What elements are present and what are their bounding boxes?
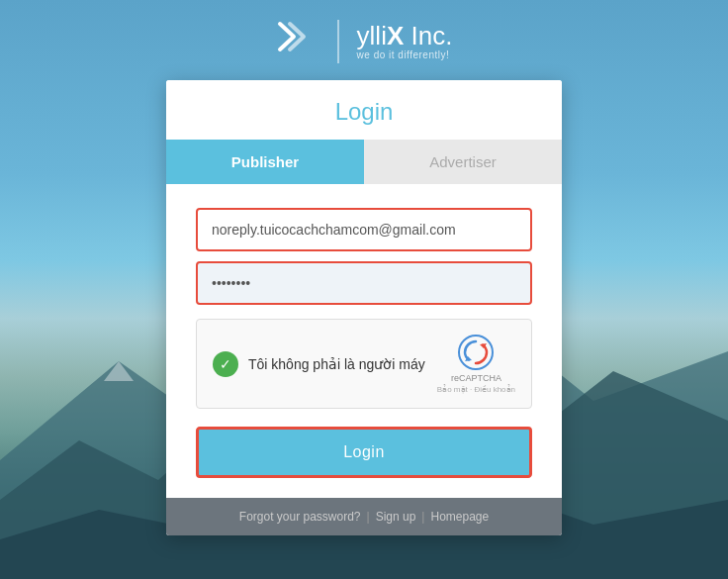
email-input[interactable]: [196, 208, 532, 251]
logo-divider: [337, 20, 339, 63]
footer-sep-1: |: [367, 510, 370, 524]
form-area: ✓ Tôi không phải là người máy reCAPTCHA …: [166, 184, 562, 498]
recaptcha-checkmark: ✓: [213, 351, 238, 377]
login-card: Login Publisher Advertiser ✓ Tôi không p…: [166, 80, 562, 535]
recaptcha-brand: reCAPTCHA: [451, 373, 501, 383]
logo-icon: [276, 18, 319, 64]
recaptcha-left: ✓ Tôi không phải là người máy: [213, 351, 425, 377]
recaptcha-right: reCAPTCHA Bảo mật · Điều khoản: [437, 334, 515, 394]
login-button[interactable]: Login: [196, 427, 532, 478]
logo-area: ylliX Inc. we do it differently!: [276, 0, 453, 80]
logo-tagline: we do it differently!: [357, 49, 450, 60]
recaptcha-widget[interactable]: ✓ Tôi không phải là người máy reCAPTCHA …: [196, 319, 532, 409]
signup-link[interactable]: Sign up: [376, 510, 416, 524]
tab-advertiser[interactable]: Advertiser: [364, 140, 562, 184]
password-input[interactable]: [196, 261, 532, 305]
forgot-password-link[interactable]: Forgot your password?: [239, 510, 361, 524]
recaptcha-label: Tôi không phải là người máy: [248, 356, 425, 372]
card-footer: Forgot your password? | Sign up | Homepa…: [166, 498, 562, 535]
tabs: Publisher Advertiser: [166, 140, 562, 184]
recaptcha-sub: Bảo mật · Điều khoản: [437, 385, 515, 394]
footer-sep-2: |: [421, 510, 424, 524]
logo-name: ylliX Inc.: [357, 22, 453, 50]
tab-publisher[interactable]: Publisher: [166, 140, 364, 184]
password-group: [196, 261, 532, 319]
recaptcha-logo-icon: [457, 334, 495, 371]
logo-text: ylliX Inc. we do it differently!: [357, 22, 453, 61]
homepage-link[interactable]: Homepage: [430, 510, 489, 524]
email-group: [196, 208, 532, 261]
login-title: Login: [166, 80, 562, 140]
